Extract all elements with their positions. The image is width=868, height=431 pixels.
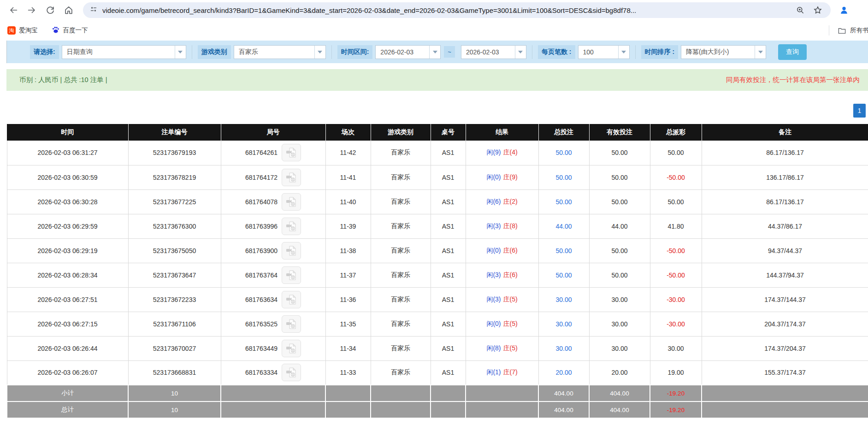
search-button[interactable]: 查询 (778, 44, 807, 60)
page-button-1[interactable]: 1 (853, 104, 866, 118)
filter-group-sort: 时间排序 : 降冪(由大到小) (641, 45, 772, 59)
total-bet-link[interactable]: 50.00 (555, 174, 572, 181)
cell-bet-id: 523173679193 (128, 141, 221, 165)
chevron-down-icon[interactable] (175, 46, 186, 59)
result-player: 闲(0) (486, 320, 501, 327)
video-replay-button[interactable] (282, 169, 301, 186)
video-replay-button[interactable] (282, 291, 301, 308)
chevron-down-icon[interactable] (429, 46, 440, 59)
table-header: 时间 注单编号 局号 场次 游戏类别 桌号 结果 总投注 有效投注 总派彩 备注 (7, 124, 868, 141)
table-row: 2026-02-03 06:27:51 523173672233 6817636… (7, 287, 868, 312)
back-button[interactable] (5, 1, 22, 19)
table-row: 2026-02-03 06:29:19 523173675050 6817639… (7, 238, 868, 263)
url-bar[interactable]: videoie.com/game/betrecord_search/kind3?… (83, 2, 831, 18)
col-header-round: 局号 (221, 124, 325, 141)
forward-button[interactable] (23, 1, 41, 19)
cell-table-no: AS1 (431, 336, 466, 360)
cell-valid-bet: 50.00 (589, 165, 650, 189)
cell-payout: -30.00 (650, 287, 702, 312)
cell-payout: 41.80 (650, 214, 702, 238)
zoom-icon[interactable] (794, 4, 807, 17)
total-bet-link[interactable]: 50.00 (555, 198, 572, 206)
video-icon (285, 172, 297, 183)
cell-valid-bet: 50.00 (589, 189, 650, 214)
bookmark-taobao[interactable]: 淘 爱淘宝 (7, 26, 38, 35)
foot-payout: -19.20 (650, 385, 702, 401)
chevron-down-icon[interactable] (515, 46, 526, 59)
folder-icon (838, 26, 846, 35)
round-number: 681763334 (245, 369, 278, 376)
cell-time: 2026-02-03 06:27:15 (7, 312, 128, 336)
video-replay-button[interactable] (282, 340, 301, 357)
browser-toolbar: videoie.com/game/betrecord_search/kind3?… (0, 0, 868, 20)
result-player: 闲(0) (486, 173, 501, 181)
cell-valid-bet: 20.00 (589, 360, 650, 385)
sort-dropdown[interactable]: 降冪(由大到小) (681, 45, 766, 59)
all-bookmarks-label: 所有书签 (850, 26, 868, 35)
total-bet-link[interactable]: 30.00 (555, 345, 572, 352)
table-body: 2026-02-03 06:31:27 523173679193 6817642… (7, 141, 868, 385)
chevron-down-icon[interactable] (755, 46, 766, 59)
cell-bet-id: 523173668831 (128, 360, 221, 385)
date-end-input[interactable]: 2026-02-03 (461, 45, 526, 59)
video-replay-button[interactable] (282, 266, 301, 284)
cell-valid-bet: 44.00 (589, 214, 650, 238)
result-player: 闲(3) (486, 222, 501, 230)
cell-bet-id: 523173677225 (128, 189, 221, 214)
result-banker: 庄(7) (503, 368, 518, 376)
cell-game-type: 百家乐 (371, 214, 431, 238)
video-replay-button[interactable] (282, 315, 301, 333)
chevron-down-icon[interactable] (618, 46, 629, 59)
cell-session: 11-40 (325, 189, 371, 214)
result-player: 闲(9) (486, 148, 501, 156)
chevron-down-icon[interactable] (314, 46, 325, 59)
total-bet-link[interactable]: 30.00 (555, 296, 572, 303)
col-header-time: 时间 (7, 124, 128, 141)
query-type-dropdown[interactable]: 日期查询 (62, 45, 186, 59)
cell-payout: 30.00 (650, 336, 702, 360)
cell-time: 2026-02-03 06:28:34 (7, 263, 128, 287)
bookmark-baidu[interactable]: 百度一下 (52, 26, 88, 35)
video-icon (285, 343, 297, 354)
cell-payout: -50.00 (650, 263, 702, 287)
video-replay-button[interactable] (282, 364, 301, 381)
cell-table-no: AS1 (431, 312, 466, 336)
summary-row: 小计 10 404.00 404.00 -19.20 (7, 385, 868, 401)
cell-remark: 174.37/144.37 (702, 287, 868, 312)
home-button[interactable] (60, 1, 77, 19)
round-number: 681763764 (245, 272, 278, 279)
reload-button[interactable] (41, 1, 59, 19)
filter-group-game: 游戏类别 百家乐 (198, 45, 332, 59)
video-icon (285, 196, 297, 207)
total-bet-link[interactable]: 30.00 (555, 320, 572, 328)
total-bet-link[interactable]: 50.00 (555, 272, 572, 279)
total-bet-link[interactable]: 44.00 (555, 223, 572, 230)
date-start-input[interactable]: 2026-02-03 (375, 45, 441, 59)
cell-game-type: 百家乐 (371, 263, 431, 287)
url-text[interactable]: videoie.com/game/betrecord_search/kind3?… (102, 6, 789, 14)
video-icon (285, 319, 297, 330)
video-replay-button[interactable] (282, 144, 301, 161)
site-info-icon[interactable] (89, 5, 98, 15)
result-banker: 庄(6) (503, 271, 518, 278)
cell-remark: 204.37/174.37 (702, 312, 868, 336)
cell-payout: 50.00 (650, 141, 702, 165)
all-bookmarks-button[interactable]: 所有书签 (829, 20, 868, 41)
video-replay-button[interactable] (282, 242, 301, 260)
total-bet-link[interactable]: 20.00 (555, 369, 572, 376)
video-icon (285, 270, 297, 281)
range-tilde: ~ (444, 46, 455, 58)
bookmark-star-icon[interactable] (811, 4, 824, 17)
cell-remark: 144.37/94.37 (702, 263, 868, 287)
total-bet-link[interactable]: 50.00 (555, 247, 572, 254)
bet-record-table: 时间 注单编号 局号 场次 游戏类别 桌号 结果 总投注 有效投注 总派彩 备注… (6, 124, 868, 419)
total-bet-link[interactable]: 50.00 (555, 149, 572, 156)
game-type-dropdown[interactable]: 百家乐 (234, 45, 326, 59)
video-replay-button[interactable] (282, 218, 301, 235)
cell-game-type: 百家乐 (371, 141, 431, 165)
video-replay-button[interactable] (282, 193, 301, 211)
page-size-dropdown[interactable]: 100 (578, 45, 630, 59)
profile-avatar-icon[interactable] (836, 2, 852, 18)
cell-game-type: 百家乐 (371, 312, 431, 336)
cell-valid-bet: 30.00 (589, 312, 650, 336)
